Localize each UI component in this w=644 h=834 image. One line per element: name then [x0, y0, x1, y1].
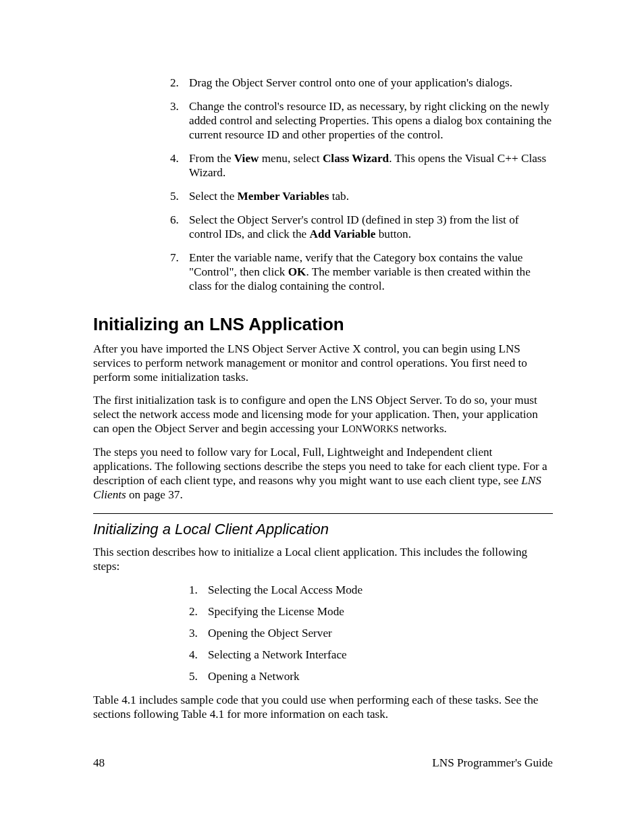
- page-number: 48: [93, 756, 105, 771]
- document-page: 2. Drag the Object Server control onto o…: [0, 0, 644, 834]
- list-number: 6.: [170, 213, 179, 228]
- list-text: Select the Object Server's control ID (d…: [189, 213, 519, 240]
- page-footer: 48 LNS Programmer's Guide: [93, 756, 553, 771]
- list-item: 5.Opening a Network: [208, 670, 553, 684]
- list-number: 1.: [189, 583, 198, 598]
- list-number: 3.: [189, 627, 198, 641]
- section-heading: Initializing an LNS Application: [93, 314, 553, 336]
- list-number: 7.: [170, 251, 179, 265]
- list-item: 5. Select the Member Variables tab.: [189, 190, 553, 204]
- list-number: 3.: [170, 100, 179, 114]
- list-number: 5.: [189, 670, 198, 684]
- list-text: Selecting a Network Interface: [208, 648, 347, 661]
- list-text: Select the Member Variables tab.: [189, 190, 349, 203]
- list-item: 4. From the View menu, select Class Wiza…: [189, 152, 553, 180]
- list-item: 3.Opening the Object Server: [208, 627, 553, 641]
- list-text: Selecting the Local Access Mode: [208, 583, 363, 596]
- list-number: 5.: [170, 190, 179, 204]
- body-paragraph: After you have imported the LNS Object S…: [93, 342, 553, 385]
- body-paragraph: The first initialization task is to conf…: [93, 394, 553, 436]
- list-number: 4.: [170, 152, 179, 166]
- body-paragraph: This section describes how to initialize…: [93, 546, 553, 574]
- list-text: Enter the variable name, verify that the…: [189, 251, 531, 292]
- list-text: Opening the Object Server: [208, 627, 332, 640]
- document-title: LNS Programmer's Guide: [432, 756, 553, 771]
- list-text: Specifying the License Mode: [208, 605, 344, 618]
- list-text: Change the control's resource ID, as nec…: [189, 100, 552, 141]
- list-item: 7. Enter the variable name, verify that …: [189, 251, 553, 294]
- list-item: 4.Selecting a Network Interface: [208, 648, 553, 662]
- list-number: 2.: [189, 605, 198, 619]
- list-item: 6. Select the Object Server's control ID…: [189, 213, 553, 242]
- list-number: 4.: [189, 648, 198, 662]
- list-item: 2.Specifying the License Mode: [208, 605, 553, 619]
- numbered-list-sub: 1.Selecting the Local Access Mode 2.Spec…: [93, 583, 553, 684]
- subsection-heading: Initializing a Local Client Application: [93, 521, 553, 539]
- body-paragraph: Table 4.1 includes sample code that you …: [93, 694, 553, 722]
- list-text: Drag the Object Server control onto one …: [189, 76, 512, 89]
- list-text: Opening a Network: [208, 670, 300, 683]
- list-item: 1.Selecting the Local Access Mode: [208, 583, 553, 598]
- list-text: From the View menu, select Class Wizard.…: [189, 152, 546, 179]
- horizontal-rule: [93, 513, 553, 514]
- body-paragraph: The steps you need to follow vary for Lo…: [93, 446, 553, 502]
- numbered-list-top: 2. Drag the Object Server control onto o…: [93, 76, 553, 294]
- list-item: 2. Drag the Object Server control onto o…: [189, 76, 553, 90]
- list-item: 3. Change the control's resource ID, as …: [189, 100, 553, 142]
- list-number: 2.: [170, 76, 179, 90]
